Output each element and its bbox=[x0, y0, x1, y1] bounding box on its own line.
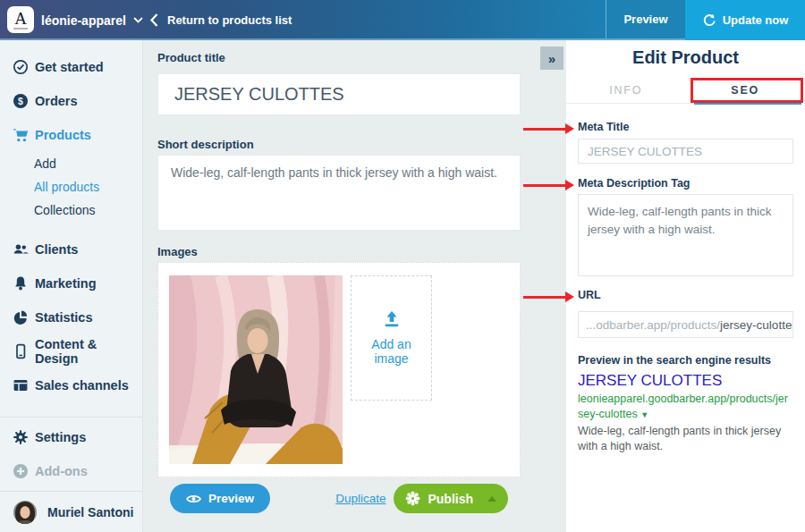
duplicate-link[interactable]: Duplicate bbox=[335, 492, 386, 505]
serp-preview: Preview in the search engine results JER… bbox=[578, 354, 793, 454]
preview-topbar-button[interactable]: Preview bbox=[606, 0, 685, 38]
cart-icon bbox=[12, 126, 30, 144]
short-description-textarea[interactable]: Wide-leg, calf-length pants in thick jer… bbox=[157, 155, 521, 231]
badge-icon bbox=[405, 491, 420, 506]
serp-result-url: leonieapparel.goodbarber.app/products/je… bbox=[578, 392, 793, 422]
meta-title-label: Meta Title bbox=[578, 121, 793, 133]
active-tab-underline bbox=[694, 102, 801, 105]
panel-title: Edit Product bbox=[566, 47, 805, 68]
sidebar-item-orders[interactable]: $ Orders bbox=[0, 84, 142, 118]
product-photo[interactable] bbox=[169, 275, 343, 464]
add-image-label: Add an image bbox=[357, 337, 426, 366]
sidebar-subitem-collections[interactable]: Collections bbox=[0, 198, 142, 222]
app-name: léonie-apparel bbox=[41, 13, 126, 28]
tab-info[interactable]: INFO bbox=[566, 79, 686, 103]
sidebar-item-label: Settings bbox=[35, 430, 86, 444]
app-logo[interactable]: A bbox=[7, 6, 34, 33]
annotation-arrow-meta-description bbox=[523, 184, 566, 187]
tab-seo[interactable]: SEO bbox=[686, 79, 805, 103]
sidebar-item-content-design[interactable]: Content & Design bbox=[0, 334, 142, 368]
sidebar-item-label: Clients bbox=[35, 242, 78, 257]
sidebar-item-statistics[interactable]: Statistics bbox=[0, 300, 142, 334]
phone-icon bbox=[12, 342, 30, 360]
seo-tab-content: Meta Title JERSEY CULOTTES Meta Descript… bbox=[566, 121, 805, 454]
sidebar-divider bbox=[0, 417, 142, 418]
short-description-value: Wide-leg, calf-length pants in thick jer… bbox=[171, 165, 497, 180]
chevron-left-icon bbox=[150, 13, 158, 27]
annotation-arrow-meta-title bbox=[523, 128, 566, 131]
sidebar-item-label: Marketing bbox=[35, 276, 97, 291]
preview-product-button[interactable]: Preview bbox=[170, 484, 270, 513]
users-icon bbox=[12, 241, 30, 258]
logo-caption bbox=[13, 28, 28, 30]
sidebar-subitem-all-products[interactable]: All products bbox=[0, 175, 142, 198]
annotation-arrow-url bbox=[523, 296, 566, 299]
add-image-dropzone[interactable]: Add an image bbox=[351, 275, 432, 401]
collapse-panel-button[interactable]: » bbox=[540, 46, 564, 70]
plus-circle-icon bbox=[12, 462, 30, 480]
subitem-label: All products bbox=[34, 180, 99, 194]
subitem-label: Add bbox=[34, 156, 56, 171]
update-now-button[interactable]: Update now bbox=[685, 0, 805, 40]
meta-title-input[interactable]: JERSEY CULOTTES bbox=[578, 139, 793, 164]
logo-letter: A bbox=[14, 11, 27, 26]
top-bar: A léonie-apparel Return to products list… bbox=[0, 0, 805, 40]
subitem-label: Collections bbox=[34, 203, 95, 217]
caret-up-icon bbox=[487, 496, 496, 502]
bell-icon bbox=[12, 274, 30, 292]
sidebar-item-label: Get started bbox=[35, 60, 104, 74]
url-prefix: ...odbarber.app/products/ bbox=[586, 318, 720, 332]
product-title-value: JERSEY CULOTTES bbox=[174, 84, 344, 105]
meta-title-placeholder: JERSEY CULOTTES bbox=[588, 145, 702, 158]
sidebar-item-label: Orders bbox=[35, 94, 78, 108]
sidebar-item-clients[interactable]: Clients bbox=[0, 232, 142, 266]
svg-text:$: $ bbox=[18, 96, 23, 106]
meta-description-label: Meta Description Tag bbox=[578, 177, 793, 190]
serp-result-title: JERSEY CULOTTES bbox=[578, 372, 793, 390]
eye-icon bbox=[186, 494, 201, 504]
sidebar-item-get-started[interactable]: Get started bbox=[0, 50, 142, 84]
images-card: Add an image bbox=[157, 262, 521, 477]
product-title-input[interactable]: JERSEY CULOTTES bbox=[157, 73, 521, 115]
short-description-label: Short description bbox=[157, 138, 521, 151]
sidebar-subitem-add[interactable]: Add bbox=[0, 152, 142, 175]
meta-description-value: Wide-leg, calf-length pants in thick jer… bbox=[588, 205, 772, 236]
back-to-products-link[interactable]: Return to products list bbox=[150, 0, 292, 40]
serp-heading: Preview in the search engine results bbox=[578, 354, 793, 367]
sidebar-item-settings[interactable]: Settings bbox=[0, 420, 142, 454]
pie-chart-icon bbox=[12, 308, 30, 326]
sidebar-item-label: Content & Design bbox=[35, 337, 142, 366]
check-circle-icon bbox=[12, 58, 30, 76]
browser-icon bbox=[12, 376, 30, 394]
sidebar-item-label: Add-ons bbox=[35, 464, 88, 478]
double-chevron-right-icon: » bbox=[548, 51, 555, 66]
preview-label: Preview bbox=[208, 492, 254, 505]
edit-product-panel: Edit Product INFO SEO Meta Title JERSEY … bbox=[566, 40, 805, 532]
sidebar-item-marketing[interactable]: Marketing bbox=[0, 266, 142, 300]
avatar bbox=[13, 501, 37, 524]
publish-button[interactable]: Publish bbox=[394, 484, 508, 513]
sidebar-item-add-ons[interactable]: Add-ons bbox=[0, 454, 142, 488]
meta-description-textarea[interactable]: Wide-leg, calf-length pants in thick jer… bbox=[578, 194, 793, 276]
sidebar-item-products[interactable]: Products bbox=[0, 118, 142, 152]
serp-result-description: Wide-leg, calf-length pants in thick jer… bbox=[578, 424, 793, 454]
url-input[interactable]: ...odbarber.app/products/jersey-culottes bbox=[578, 311, 793, 338]
sidebar-item-label: Sales channels bbox=[35, 378, 129, 393]
panel-tabs: INFO SEO bbox=[566, 79, 805, 104]
sidebar-item-label: Products bbox=[35, 128, 91, 142]
url-slug: jersey-culottes bbox=[720, 318, 793, 332]
product-actions: Preview Duplicate Publish bbox=[157, 484, 521, 513]
back-label: Return to products list bbox=[167, 13, 292, 27]
refresh-icon bbox=[702, 13, 716, 28]
serp-caret-down-icon: ▼ bbox=[640, 410, 648, 419]
user-menu[interactable]: Muriel Santoni bbox=[0, 491, 142, 532]
dollar-icon: $ bbox=[12, 92, 30, 110]
gear-icon bbox=[12, 428, 30, 446]
sidebar-item-label: Statistics bbox=[35, 310, 92, 325]
publish-label: Publish bbox=[428, 492, 473, 506]
product-form: » Product title JERSEY CULOTTES Short de… bbox=[143, 40, 566, 532]
sidebar-item-sales-channels[interactable]: Sales channels bbox=[0, 368, 142, 402]
update-now-label: Update now bbox=[723, 13, 789, 27]
app-switcher[interactable]: léonie-apparel bbox=[41, 0, 143, 40]
user-name: Muriel Santoni bbox=[47, 505, 133, 519]
